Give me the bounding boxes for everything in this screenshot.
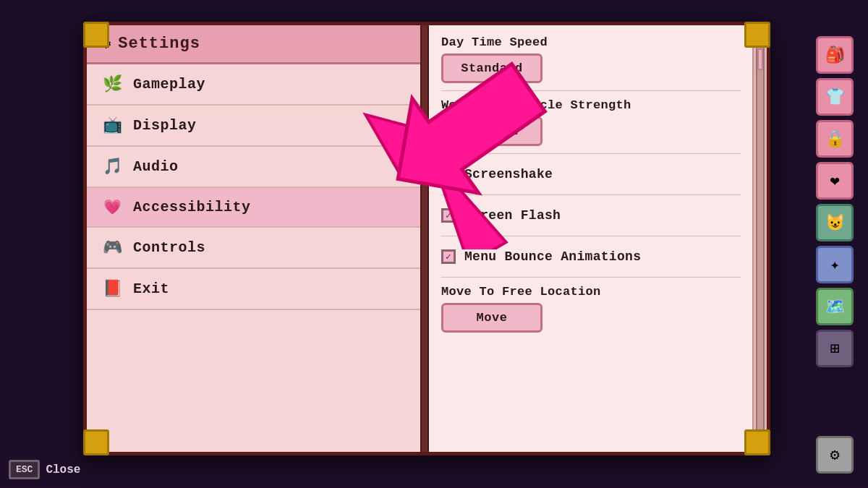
sidebar-map-button[interactable]: 🗺️ bbox=[816, 288, 854, 325]
day-time-speed-label: Day Time Speed bbox=[441, 35, 741, 49]
exit-label: Exit bbox=[133, 281, 169, 297]
gameplay-label: Gameplay bbox=[133, 76, 205, 93]
scrollbar: ▲ ▼ bbox=[752, 25, 767, 452]
pet-icon: 😺 bbox=[825, 213, 845, 233]
menu-bounce-checkbox[interactable]: ✓ bbox=[441, 249, 456, 264]
grid-icon: ⊞ bbox=[830, 339, 839, 359]
left-page: ⚙️ Settings 🌿 Gameplay 📺 Display 🎵 Audio… bbox=[87, 25, 427, 452]
screen-flash-label: Screen Flash bbox=[464, 208, 561, 223]
audio-label: Audio bbox=[133, 158, 179, 175]
menu-bounce-label: Menu Bounce Animations bbox=[464, 249, 641, 264]
menu-bounce-checkmark: ✓ bbox=[446, 251, 451, 262]
screen-flash-row: ✓ Screen Flash bbox=[441, 202, 741, 228]
sidebar-bag-button[interactable]: 🎒 bbox=[816, 36, 854, 74]
shirt-icon: 👕 bbox=[825, 87, 845, 107]
sidebar-pet-button[interactable]: 😺 bbox=[816, 204, 854, 241]
menu-bounce-setting: ✓ Menu Bounce Animations bbox=[441, 244, 741, 278]
corner-decoration-br bbox=[744, 429, 770, 455]
settings-title: Settings bbox=[118, 35, 200, 53]
lock-icon: 🔒 bbox=[825, 129, 845, 149]
screenshake-setting: ✓ Screenshake bbox=[441, 161, 741, 195]
move-to-location-setting: Move To Free Location Move bbox=[441, 285, 741, 340]
bag-icon: 🎒 bbox=[825, 46, 845, 65]
move-to-location-label: Move To Free Location bbox=[441, 285, 741, 299]
menu-item-controls[interactable]: 🎮 Controls bbox=[87, 228, 425, 269]
heart-icon: ❤️ bbox=[830, 171, 839, 191]
sidebar-star-button[interactable]: ✦ bbox=[816, 246, 854, 283]
display-label: Display bbox=[133, 117, 197, 134]
day-time-speed-setting: Day Time Speed Standard bbox=[441, 35, 741, 91]
screen-flash-setting: ✓ Screen Flash bbox=[441, 202, 741, 236]
menu-item-gameplay[interactable]: 🌿 Gameplay bbox=[87, 64, 425, 106]
weather-particle-button[interactable]: Default bbox=[441, 116, 542, 146]
scroll-track[interactable] bbox=[756, 44, 765, 433]
right-sidebar: 🎒 👕 🔒 ❤️ 😺 ✦ 🗺️ ⊞ bbox=[816, 36, 854, 367]
right-page-inner: Day Time Speed Standard Weather Particle… bbox=[427, 25, 767, 452]
audio-icon: 🎵 bbox=[101, 157, 123, 176]
weather-particle-label: Weather Particle Strength bbox=[441, 98, 741, 112]
screenshake-label: Screenshake bbox=[464, 167, 553, 181]
bottom-gear-icon: ⚙️ bbox=[830, 445, 839, 465]
accessibility-label: Accessibility bbox=[133, 199, 251, 215]
exit-icon: 📕 bbox=[101, 279, 123, 299]
move-button[interactable]: Move bbox=[441, 303, 542, 333]
settings-book: ⚙️ Settings 🌿 Gameplay 📺 Display 🎵 Audio… bbox=[83, 22, 770, 455]
menu-item-display[interactable]: 📺 Display bbox=[87, 106, 425, 147]
menu-item-accessibility[interactable]: 💗 Accessibility bbox=[87, 188, 425, 228]
sidebar-grid-button[interactable]: ⊞ bbox=[816, 330, 854, 367]
menu-item-audio[interactable]: 🎵 Audio bbox=[87, 147, 425, 188]
sidebar-lock-button[interactable]: 🔒 bbox=[816, 120, 854, 158]
esc-badge[interactable]: ESC bbox=[9, 460, 40, 479]
corner-decoration-tr bbox=[744, 22, 770, 48]
screen-flash-checkmark: ✓ bbox=[446, 210, 451, 221]
weather-particle-setting: Weather Particle Strength Default bbox=[441, 98, 741, 154]
scroll-thumb[interactable] bbox=[757, 48, 763, 70]
day-time-speed-button[interactable]: Standard bbox=[441, 53, 542, 83]
menu-item-exit[interactable]: 📕 Exit bbox=[87, 269, 425, 310]
esc-close-bar: ESC Close bbox=[9, 460, 80, 479]
corner-decoration-bl bbox=[83, 429, 109, 455]
screenshake-checkmark: ✓ bbox=[446, 168, 451, 180]
controls-label: Controls bbox=[133, 239, 205, 256]
screenshake-checkbox[interactable]: ✓ bbox=[441, 167, 456, 181]
right-page: Day Time Speed Standard Weather Particle… bbox=[427, 25, 767, 452]
menu-bounce-row: ✓ Menu Bounce Animations bbox=[441, 244, 741, 270]
map-icon: 🗺️ bbox=[825, 297, 845, 317]
corner-decoration-tl bbox=[83, 22, 109, 48]
display-icon: 📺 bbox=[101, 116, 123, 135]
bottom-gear-button[interactable]: ⚙️ bbox=[816, 436, 854, 474]
controls-icon: 🎮 bbox=[101, 238, 123, 257]
star-icon: ✦ bbox=[830, 255, 839, 275]
accessibility-icon: 💗 bbox=[101, 198, 123, 216]
sidebar-shirt-button[interactable]: 👕 bbox=[816, 78, 854, 116]
right-content: Day Time Speed Standard Weather Particle… bbox=[427, 25, 752, 452]
screenshake-row: ✓ Screenshake bbox=[441, 161, 741, 187]
close-label: Close bbox=[46, 463, 80, 476]
sidebar-heart-button[interactable]: ❤️ bbox=[816, 162, 854, 200]
settings-header: ⚙️ Settings bbox=[87, 25, 425, 64]
screen-flash-checkbox[interactable]: ✓ bbox=[441, 208, 456, 223]
gameplay-icon: 🌿 bbox=[101, 74, 123, 94]
book-spine bbox=[420, 25, 429, 452]
